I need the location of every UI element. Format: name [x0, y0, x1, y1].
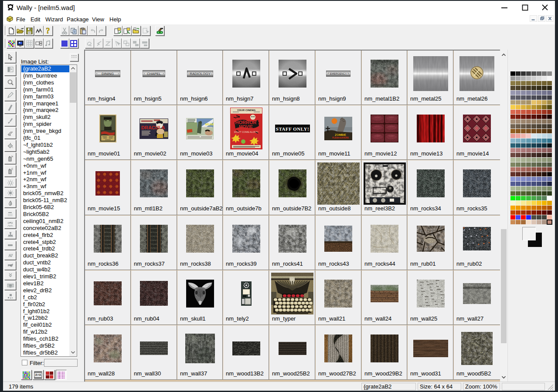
- svg-text:STAFF ONLY!: STAFF ONLY!: [276, 126, 309, 132]
- svg-text:YOUR CINEMA: YOUR CINEMA: [237, 109, 256, 112]
- svg-text:MOVIE: MOVIE: [239, 125, 253, 129]
- svg-text:MUMMY: MUMMY: [205, 122, 214, 126]
- svg-text:FLESH EATERS: FLESH EATERS: [332, 136, 349, 139]
- svg-text:?: ?: [46, 27, 50, 34]
- svg-text:CHAPEL: CHAPEL: [147, 72, 161, 76]
- svg-text:DINING: DINING: [102, 72, 114, 76]
- svg-text:RADIOLOGY: RADIOLOGY: [190, 72, 211, 76]
- svg-text:ZOMBIE: ZOMBIE: [335, 133, 346, 136]
- svg-text:A+A: A+A: [35, 373, 41, 376]
- svg-text:* EMERGENCY *: * EMERGENCY *: [328, 72, 349, 75]
